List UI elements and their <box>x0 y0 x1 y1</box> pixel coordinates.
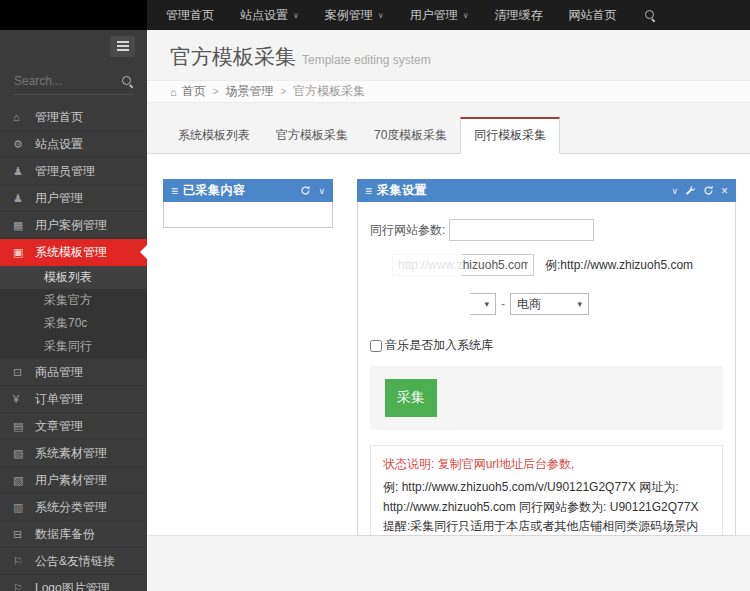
sidebar-item-user-assets[interactable]: ▧用户素材管理 <box>0 467 147 494</box>
select-separator: - <box>501 297 505 311</box>
sidebar-item-label: 订单管理 <box>35 391 83 408</box>
table-icon: ▦ <box>13 219 30 232</box>
sidebar-item-label: 公告&友情链接 <box>35 553 115 570</box>
sidebar-search-input[interactable] <box>14 74 121 88</box>
nav-item-label: 网站首页 <box>569 7 617 24</box>
nav-item-site-settings[interactable]: 站点设置∨ <box>227 0 312 30</box>
peer-param-label: 同行网站参数: <box>370 222 445 239</box>
sidebar-item-label: 管理员管理 <box>35 163 95 180</box>
briefcase-icon: ▣ <box>13 246 30 259</box>
user-icon: ♟ <box>13 192 30 205</box>
active-arrow <box>140 245 147 259</box>
sidebar-item-articles[interactable]: ▤文章管理 <box>0 413 147 440</box>
breadcrumb: ⌂ 首页 > 场景管理 > 官方模板采集 <box>147 80 750 103</box>
tab-peer-template-collect[interactable]: 同行模板采集 <box>460 117 560 154</box>
breadcrumb-scene-link[interactable]: 场景管理 <box>226 83 274 100</box>
home-icon: ⌂ <box>170 86 177 98</box>
sidebar-item-system-categories[interactable]: ▥系统分类管理 <box>0 494 147 521</box>
nav-item-site-home[interactable]: 网站首页 <box>556 0 630 30</box>
page-subtitle: Template editing system <box>302 53 431 67</box>
nav-item-clear-cache[interactable]: 清理缓存 <box>482 0 556 30</box>
breadcrumb-separator: > <box>281 86 287 97</box>
nav-item-user-management[interactable]: 用户管理∨ <box>397 0 482 30</box>
wrench-icon[interactable] <box>685 185 696 196</box>
bookmark-icon: ⚐ <box>13 582 30 591</box>
caret-down-icon: ∨ <box>463 11 469 20</box>
image-icon: ▧ <box>13 474 30 487</box>
sidebar-menu: ⌂管理首页 ⚙站点设置 ♟管理员管理 ♟用户管理 ▦用户案例管理 ▣系统模板管理… <box>0 104 147 591</box>
logo[interactable] <box>0 0 147 30</box>
submenu-item-collect-official[interactable]: 采集官方 <box>0 289 147 312</box>
search-icon <box>644 9 656 21</box>
search-icon[interactable] <box>121 75 133 87</box>
chevron-down-icon[interactable]: ∨ <box>671 186 678 196</box>
category-select-2[interactable]: 电商 ▾ <box>510 293 589 315</box>
tab-system-template-list[interactable]: 系统模板列表 <box>165 118 263 153</box>
sidebar-item-database-backup[interactable]: ⊟数据库备份 <box>0 521 147 548</box>
sidebar-item-system-templates[interactable]: ▣系统模板管理 <box>0 239 147 266</box>
censor-patch <box>358 288 470 322</box>
sidebar-toggle-button[interactable] <box>110 36 135 57</box>
refresh-icon[interactable] <box>300 185 311 196</box>
tab-official-template-collect[interactable]: 官方模板采集 <box>263 118 361 153</box>
page-header: 官方模板采集Template editing system <box>147 30 750 80</box>
panel-header: ≡ 已采集内容 ∨ <box>163 179 333 202</box>
sidebar-item-administrators[interactable]: ♟管理员管理 <box>0 158 147 185</box>
sidebar-item-logo-images[interactable]: ⚐Logo图片管理 <box>0 575 147 591</box>
gears-icon: ⚙ <box>13 138 30 151</box>
sidebar-item-products[interactable]: ⊡商品管理 <box>0 359 147 386</box>
sidebar-item-label: 系统素材管理 <box>35 445 107 462</box>
status-box: 状态说明: 复制官网url地址后台参数, 例: http://www.zhizu… <box>370 445 723 536</box>
main-content: 官方模板采集Template editing system ⌂ 首页 > 场景管… <box>147 30 750 591</box>
folder-icon: ▥ <box>13 501 30 514</box>
sidebar-item-admin-home[interactable]: ⌂管理首页 <box>0 104 147 131</box>
image-icon: ▧ <box>13 447 30 460</box>
breadcrumb-separator: > <box>213 86 219 97</box>
nav-search-button[interactable] <box>630 0 670 30</box>
sidebar-item-user-cases[interactable]: ▦用户案例管理 <box>0 212 147 239</box>
doc-icon: ▤ <box>13 420 30 433</box>
top-nav-items: 管理首页 站点设置∨ 案例管理∨ 用户管理∨ 清理缓存 网站首页 <box>153 0 670 30</box>
sidebar-item-announcements-links[interactable]: ⚐公告&友情链接 <box>0 548 147 575</box>
tab-70du-template-collect[interactable]: 70度模板采集 <box>361 118 460 153</box>
panel-tools: ∨ × <box>671 185 728 197</box>
breadcrumb-current: 官方模板采集 <box>293 83 365 100</box>
music-library-checkbox[interactable] <box>370 340 382 352</box>
sidebar-item-orders[interactable]: ¥订单管理 <box>0 386 147 413</box>
nav-item-case-management[interactable]: 案例管理∨ <box>312 0 397 30</box>
nav-item-label: 案例管理 <box>325 7 373 24</box>
submenu-item-collect-70c[interactable]: 采集70c <box>0 312 147 335</box>
caret-down-icon: ▾ <box>577 299 582 309</box>
sidebar-item-users[interactable]: ♟用户管理 <box>0 185 147 212</box>
peer-param-input[interactable] <box>449 219 594 241</box>
sidebar-item-system-assets[interactable]: ▧系统素材管理 <box>0 440 147 467</box>
hamburger-icon <box>117 45 129 47</box>
sidebar-item-label: 系统分类管理 <box>35 499 107 516</box>
sidebar-item-site-settings[interactable]: ⚙站点设置 <box>0 131 147 158</box>
list-icon: ≡ <box>171 184 178 198</box>
refresh-icon[interactable] <box>703 185 714 196</box>
box-icon: ⊡ <box>13 366 30 379</box>
chevron-down-icon[interactable]: ∨ <box>318 186 325 196</box>
submenu-item-template-list[interactable]: 模板列表 <box>0 266 147 289</box>
tab-content: ≡ 已采集内容 ∨ ≡ 采集设置 ∨ × <box>147 154 750 536</box>
sidebar-item-label: Logo图片管理 <box>35 580 110 591</box>
sidebar-item-label: 用户素材管理 <box>35 472 107 489</box>
user-icon: ♟ <box>13 165 30 178</box>
close-icon[interactable]: × <box>721 185 728 197</box>
submenu-item-collect-peer[interactable]: 采集同行 <box>0 335 147 358</box>
database-icon: ⊟ <box>13 528 30 541</box>
nav-item-label: 清理缓存 <box>495 7 543 24</box>
nav-item-label: 管理首页 <box>166 7 214 24</box>
panel-tools: ∨ <box>300 185 325 196</box>
collect-button[interactable]: 采集 <box>385 379 437 417</box>
action-box: 采集 <box>370 366 723 430</box>
status-example: 例: http://www.zhizuoh5.com/v/U90121G2Q77… <box>383 478 710 518</box>
page-title-text: 官方模板采集 <box>170 45 296 68</box>
nav-item-admin-home[interactable]: 管理首页 <box>153 0 227 30</box>
sidebar-item-label: 商品管理 <box>35 364 83 381</box>
caret-down-icon: ∨ <box>293 11 299 20</box>
tabs: 系统模板列表 官方模板采集 70度模板采集 同行模板采集 <box>147 117 750 154</box>
page-title: 官方模板采集Template editing system <box>170 45 431 68</box>
breadcrumb-home-link[interactable]: 首页 <box>182 83 206 100</box>
